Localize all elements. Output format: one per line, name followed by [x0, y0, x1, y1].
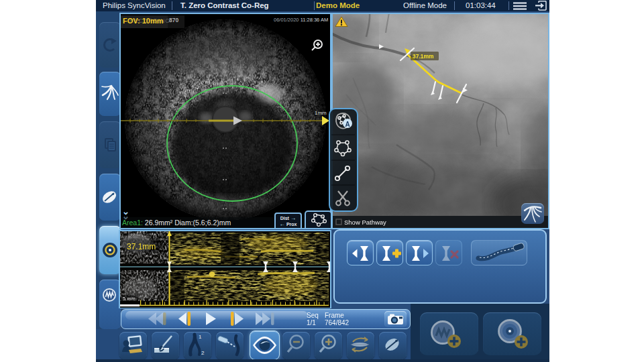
svg-text:Show Pathway: Show Pathway	[344, 219, 386, 226]
svg-text:1mm: 1mm	[315, 110, 327, 116]
svg-text:37.1mm: 37.1mm	[413, 53, 434, 60]
svg-text:37.1mm: 37.1mm	[127, 242, 156, 251]
svg-text:5 mm: 5 mm	[123, 296, 136, 302]
svg-text:2: 2	[201, 350, 205, 356]
svg-text:1: 1	[199, 334, 202, 340]
svg-text:A: A	[345, 121, 350, 128]
